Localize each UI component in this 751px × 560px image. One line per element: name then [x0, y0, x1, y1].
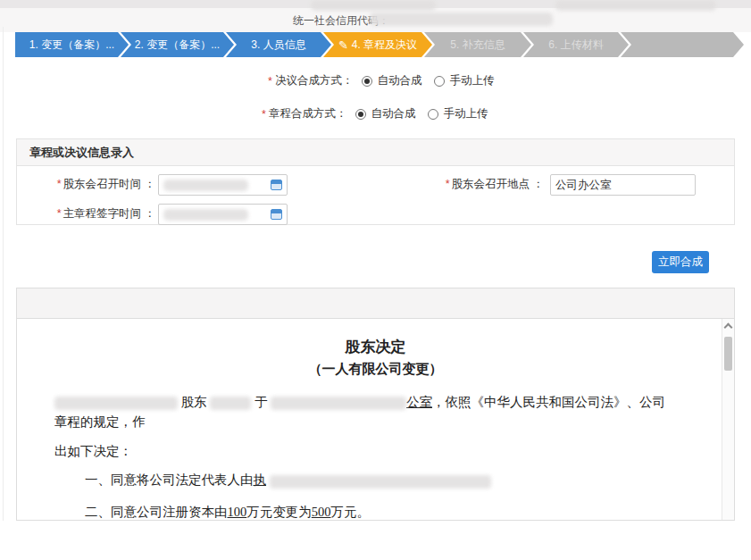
- synthesize-now-button[interactable]: 立即合成: [652, 251, 709, 273]
- resolution-manual-option[interactable]: 手动上传: [434, 73, 494, 88]
- charter-sign-label-text: 主章程签字时间 ：: [63, 207, 155, 220]
- meeting-place-label: *股东会召开地点 ：: [410, 177, 544, 192]
- resolution-mode-row: * 决议合成方式： 自动合成 手动上传: [268, 73, 494, 88]
- wizard-step-2-label: 2. 变更（备案）...: [135, 38, 220, 53]
- container-left-border: [3, 27, 4, 521]
- document-item-2: 二、同意公司注册资本由100万元变更为500万元。: [85, 502, 672, 520]
- resolution-auto-option[interactable]: 自动合成: [362, 73, 421, 88]
- radio-checked-icon[interactable]: [362, 76, 372, 87]
- required-asterisk: *: [57, 178, 62, 190]
- item2-amount-to: 500: [312, 505, 331, 519]
- wizard-step-1[interactable]: 1. 变更（备案）...: [15, 32, 129, 57]
- wizard-step-6[interactable]: 6. 上传材料: [523, 32, 629, 57]
- document-body: 股东 于 公室，依照《中华人民共和国公司法》、公司章程的规定，作 出如下决定： …: [54, 392, 672, 520]
- redacted-shareholder-name: [210, 397, 251, 410]
- step-wizard: 1. 变更（备案）... 2. 变更（备案）... 3. 人员信息 ✎ 4. 章…: [15, 32, 744, 57]
- item2-mid: 万元变更为: [246, 505, 312, 519]
- document-paragraph-1: 股东 于 公室，依照《中华人民共和国公司法》、公司章程的规定，作: [54, 392, 672, 432]
- charter-manual-label: 手动上传: [443, 106, 488, 121]
- p1-office-underlined: 公室: [406, 395, 432, 409]
- wizard-step-5[interactable]: 5. 补充信息: [424, 32, 531, 57]
- wizard-step-5-label: 5. 补充信息: [450, 38, 505, 53]
- document-panel-header: [17, 288, 734, 319]
- charter-manual-option[interactable]: 手动上传: [428, 106, 488, 121]
- scroll-up-icon[interactable]: [724, 323, 733, 332]
- wizard-step-4-label: 4. 章程及决议: [352, 38, 417, 53]
- scrollbar-thumb[interactable]: [724, 337, 732, 371]
- entry-panel-body: *股东会召开时间 ： *股东会召开地点 ： 公司办公室 *主章程签字时间 ：: [17, 166, 734, 224]
- pencil-icon: ✎: [338, 38, 348, 52]
- item2-pre: 二、同意公司注册资本由: [85, 505, 228, 519]
- required-asterisk: *: [268, 75, 272, 88]
- meeting-time-label: *股东会召开时间 ：: [26, 177, 155, 192]
- radio-checked-icon[interactable]: [355, 109, 366, 120]
- meeting-time-input[interactable]: [158, 174, 288, 196]
- entry-panel: 章程或决议信息录入 *股东会召开时间 ： *股东会召开地点 ： 公司办公室 *主…: [16, 138, 735, 225]
- redacted-header-text: [555, 0, 716, 11]
- redacted-meeting-time-value: [163, 180, 248, 191]
- resolution-manual-label: 手动上传: [449, 73, 494, 88]
- redacted-charter-sign-value: [163, 209, 248, 221]
- document-scrollbar[interactable]: [722, 319, 734, 520]
- charter-mode-row: * 章程合成方式： 自动合成 手动上传: [262, 106, 488, 121]
- wizard-step-1-label: 1. 变更（备案）...: [29, 38, 114, 53]
- required-asterisk: *: [57, 207, 62, 220]
- meeting-place-label-text: 股东会召开地点 ：: [452, 178, 544, 190]
- document-title: 股东决定: [17, 337, 734, 357]
- p1-shareholder-text: 股东: [181, 395, 207, 409]
- item2-suffix: 万元。: [331, 505, 371, 519]
- resolution-mode-label: 决议合成方式：: [275, 73, 354, 88]
- required-asterisk: *: [262, 108, 266, 121]
- wizard-step-4-current[interactable]: ✎ 4. 章程及决议: [323, 32, 432, 57]
- calendar-icon[interactable]: [271, 209, 282, 220]
- radio-unchecked-icon[interactable]: [428, 109, 438, 120]
- item1-prefix: 一、同意将公司法定代表人由: [85, 472, 254, 487]
- required-asterisk: *: [446, 178, 450, 190]
- redacted-credit-code-value: [370, 13, 553, 26]
- charter-mode-label: 章程合成方式：: [269, 106, 347, 121]
- document-paragraph-1-line2: 出如下决定：: [54, 441, 672, 461]
- page: 统一社会信用代码： 1. 变更（备案）... 2. 变更（备案）... 3. 人…: [0, 0, 751, 560]
- redacted-company-name: [54, 397, 178, 410]
- document-subtitle: （一人有限公司变更）: [17, 361, 734, 378]
- charter-sign-time-label: *主章程签字时间 ：: [26, 206, 155, 221]
- redacted-company-name: [311, 0, 436, 11]
- meeting-time-label-text: 股东会召开时间 ：: [63, 178, 155, 190]
- item2-amount-from: 100: [228, 505, 247, 519]
- radio-unchecked-icon[interactable]: [434, 76, 445, 87]
- redacted-date-place: [271, 397, 406, 410]
- charter-sign-time-input[interactable]: [158, 204, 288, 225]
- document-preview-panel: 股东决定 （一人有限公司变更） 股东 于 公室，依照《中华人民共和国公司法》、公…: [16, 288, 735, 521]
- entry-panel-title: 章程或决议信息录入: [17, 139, 734, 166]
- redacted-legal-rep-change: [270, 475, 491, 489]
- meeting-place-input[interactable]: 公司办公室: [550, 174, 696, 196]
- document-item-1: 一、同意将公司法定代表人由执: [85, 470, 672, 489]
- calendar-icon[interactable]: [271, 180, 282, 190]
- charter-auto-label: 自动合成: [371, 106, 415, 121]
- document-viewport: 股东决定 （一人有限公司变更） 股东 于 公室，依照《中华人民共和国公司法》、公…: [17, 319, 734, 520]
- wizard-step-6-label: 6. 上传材料: [548, 38, 603, 53]
- item1-underlined: 执: [254, 472, 267, 487]
- wizard-step-3[interactable]: 3. 人员信息: [226, 32, 331, 57]
- wizard-step-2[interactable]: 2. 变更（备案）...: [121, 32, 234, 57]
- resolution-auto-label: 自动合成: [377, 73, 421, 88]
- charter-auto-option[interactable]: 自动合成: [355, 106, 415, 121]
- meeting-place-value: 公司办公室: [555, 178, 612, 193]
- p1-at-text: 于: [255, 395, 268, 409]
- wizard-step-3-label: 3. 人员信息: [251, 38, 305, 53]
- wizard-track-filler: [621, 32, 744, 57]
